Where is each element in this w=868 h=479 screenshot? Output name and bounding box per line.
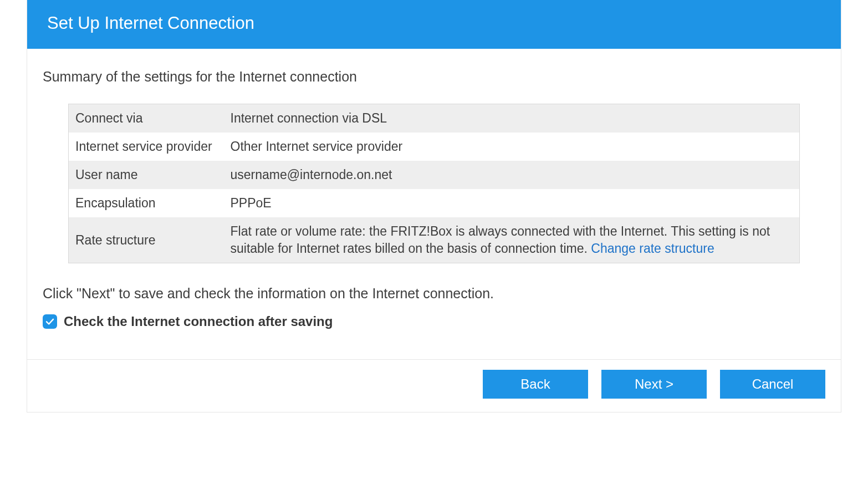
change-rate-structure-link[interactable]: Change rate structure bbox=[591, 241, 714, 256]
cancel-button[interactable]: Cancel bbox=[720, 370, 825, 399]
wizard-body: Summary of the settings for the Internet… bbox=[27, 49, 841, 337]
instruction-text: Click "Next" to save and check the infor… bbox=[43, 286, 825, 302]
check-connection-checkbox[interactable] bbox=[43, 314, 57, 329]
value-user-name: username@internode.on.net bbox=[224, 161, 800, 189]
checkmark-icon bbox=[45, 317, 55, 327]
value-connect-via: Internet connection via DSL bbox=[224, 104, 800, 133]
row-user-name: User name username@internode.on.net bbox=[69, 161, 800, 189]
window-title: Set Up Internet Connection bbox=[47, 13, 254, 33]
check-connection-row: Check the Internet connection after savi… bbox=[43, 314, 825, 329]
row-connect-via: Connect via Internet connection via DSL bbox=[69, 104, 800, 133]
label-user-name: User name bbox=[69, 161, 224, 189]
check-connection-label: Check the Internet connection after savi… bbox=[64, 314, 333, 329]
value-rate-structure: Flat rate or volume rate: the FRITZ!Box … bbox=[224, 217, 800, 263]
value-isp: Other Internet service provider bbox=[224, 133, 800, 161]
next-button[interactable]: Next > bbox=[601, 370, 707, 399]
settings-summary-table: Connect via Internet connection via DSL … bbox=[68, 104, 800, 263]
wizard-footer: Back Next > Cancel bbox=[27, 359, 841, 412]
titlebar: Set Up Internet Connection bbox=[27, 0, 841, 49]
setup-wizard-window: Set Up Internet Connection Summary of th… bbox=[27, 0, 841, 412]
back-button[interactable]: Back bbox=[483, 370, 588, 399]
row-encapsulation: Encapsulation PPPoE bbox=[69, 189, 800, 217]
summary-heading: Summary of the settings for the Internet… bbox=[43, 69, 825, 85]
label-isp: Internet service provider bbox=[69, 133, 224, 161]
value-encapsulation: PPPoE bbox=[224, 189, 800, 217]
label-connect-via: Connect via bbox=[69, 104, 224, 133]
row-isp: Internet service provider Other Internet… bbox=[69, 133, 800, 161]
label-encapsulation: Encapsulation bbox=[69, 189, 224, 217]
label-rate-structure: Rate structure bbox=[69, 217, 224, 263]
row-rate-structure: Rate structure Flat rate or volume rate:… bbox=[69, 217, 800, 263]
